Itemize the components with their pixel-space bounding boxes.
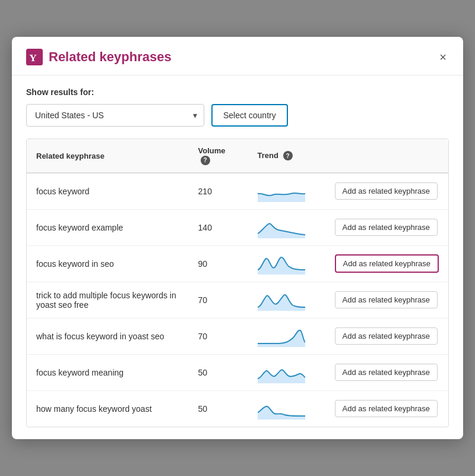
modal-header: Y Related keyphrases × — [12, 37, 463, 75]
keyphrases-table: Related keyphrase Volume ? Trend ? — [27, 139, 448, 427]
table-row: focus keyword meaning50 Add as related k… — [27, 354, 448, 390]
add-keyphrase-button[interactable]: Add as related keyphrase — [335, 327, 438, 345]
volume-cell: 140 — [189, 209, 248, 245]
keyphrase-cell: focus keyword — [27, 173, 189, 210]
show-results-label: Show results for: — [26, 87, 449, 97]
trend-cell — [248, 173, 325, 210]
modal-title: Related keyphrases — [49, 49, 172, 65]
keyphrase-cell: focus keyword example — [27, 209, 189, 245]
table-row: focus keyword in seo90 Add as related ke… — [27, 245, 448, 282]
action-cell: Add as related keyphrase — [325, 282, 448, 318]
keyphrase-cell: what is focus keyword in yoast seo — [27, 318, 189, 354]
table-row: focus keyword210 Add as related keyphras… — [27, 173, 448, 210]
keyphrase-cell: how many focus keyword yoast — [27, 390, 189, 427]
add-keyphrase-button[interactable]: Add as related keyphrase — [335, 291, 438, 308]
country-select-wrapper: United States - US United Kingdom - UK C… — [26, 104, 204, 127]
svg-text:Y: Y — [29, 52, 37, 64]
controls-row: United States - US United Kingdom - UK C… — [26, 104, 449, 127]
add-keyphrase-button[interactable]: Add as related keyphrase — [335, 364, 438, 381]
add-keyphrase-button[interactable]: Add as related keyphrase — [335, 254, 439, 273]
trend-help-icon[interactable]: ? — [283, 151, 293, 160]
action-cell: Add as related keyphrase — [325, 390, 448, 427]
volume-cell: 50 — [189, 354, 248, 390]
volume-cell: 210 — [189, 173, 248, 210]
col-keyphrase: Related keyphrase — [27, 139, 189, 173]
select-country-button[interactable]: Select country — [211, 104, 288, 127]
action-cell: Add as related keyphrase — [325, 318, 448, 354]
trend-cell — [248, 282, 325, 318]
action-cell: Add as related keyphrase — [325, 245, 448, 282]
country-select[interactable]: United States - US United Kingdom - UK C… — [26, 104, 204, 127]
action-cell: Add as related keyphrase — [325, 209, 448, 245]
action-cell: Add as related keyphrase — [325, 354, 448, 390]
keyphrases-table-container: Related keyphrase Volume ? Trend ? — [26, 138, 449, 427]
table-body: focus keyword210 Add as related keyphras… — [27, 173, 448, 427]
table-row: what is focus keyword in yoast seo70 Add… — [27, 318, 448, 354]
col-trend: Trend ? — [248, 139, 325, 173]
add-keyphrase-button[interactable]: Add as related keyphrase — [335, 182, 438, 200]
volume-cell: 50 — [189, 390, 248, 427]
table-row: trick to add multiple focus keywords in … — [27, 282, 448, 318]
close-button[interactable]: × — [437, 49, 449, 65]
trend-cell — [248, 209, 325, 245]
keyphrase-cell: trick to add multiple focus keywords in … — [27, 282, 189, 318]
add-keyphrase-button[interactable]: Add as related keyphrase — [335, 400, 438, 417]
trend-cell — [248, 390, 325, 427]
title-group: Y Related keyphrases — [26, 49, 172, 65]
volume-cell: 90 — [189, 245, 248, 282]
col-action — [325, 139, 448, 173]
volume-cell: 70 — [189, 318, 248, 354]
volume-cell: 70 — [189, 282, 248, 318]
trend-cell — [248, 318, 325, 354]
keyphrase-cell: focus keyword meaning — [27, 354, 189, 390]
volume-help-icon[interactable]: ? — [201, 156, 210, 165]
table-row: how many focus keyword yoast50 Add as re… — [27, 390, 448, 427]
table-row: focus keyword example140 Add as related … — [27, 209, 448, 245]
trend-cell — [248, 354, 325, 390]
add-keyphrase-button[interactable]: Add as related keyphrase — [335, 219, 438, 236]
action-cell: Add as related keyphrase — [325, 173, 448, 210]
modal-body: Show results for: United States - US Uni… — [12, 75, 463, 439]
table-header-row: Related keyphrase Volume ? Trend ? — [27, 139, 448, 173]
keyphrase-cell: focus keyword in seo — [27, 245, 189, 282]
related-keyphrases-modal: Y Related keyphrases × Show results for:… — [12, 37, 463, 439]
trend-cell — [248, 245, 325, 282]
col-volume: Volume ? — [189, 139, 248, 173]
yoast-logo-icon: Y — [26, 49, 43, 65]
